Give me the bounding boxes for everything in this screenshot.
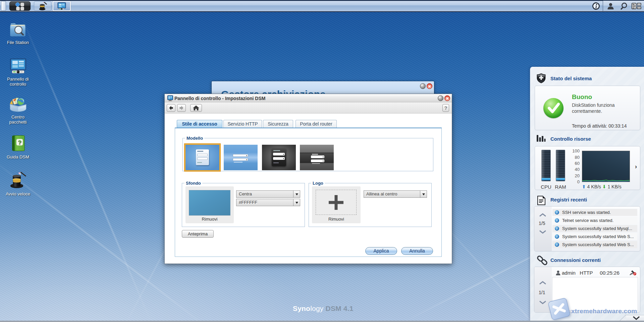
svg-text:?: ? [18, 139, 21, 146]
